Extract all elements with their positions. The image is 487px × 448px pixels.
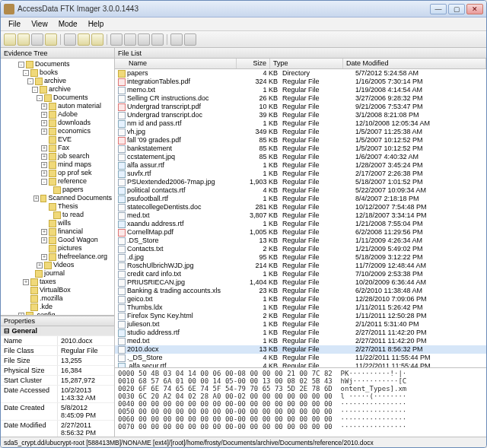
file-row[interactable]: nm id and pass.rtf1 KBRegular File12/10/… xyxy=(115,119,486,128)
expand-toggle[interactable]: + xyxy=(41,120,47,126)
tool-create-image[interactable] xyxy=(45,33,57,46)
tree-node[interactable]: +Adobe xyxy=(2,110,113,119)
tree-node[interactable]: .mozilla xyxy=(2,294,113,303)
tree-node[interactable]: -books xyxy=(2,68,113,77)
file-row[interactable]: political contacts.rtf4 KBRegular File5/… xyxy=(115,186,486,195)
expand-toggle[interactable]: + xyxy=(41,170,47,176)
tree-node[interactable]: +mind maps xyxy=(2,160,113,169)
expand-toggle[interactable]: + xyxy=(41,145,47,151)
tool-export-list[interactable] xyxy=(78,33,90,46)
file-row[interactable]: geico.txt1 KBRegular File12/28/2010 7:09… xyxy=(115,295,486,303)
tree-node[interactable]: EVE xyxy=(2,135,113,144)
tree-node[interactable]: -archive xyxy=(2,77,113,85)
tree-node[interactable]: +Scanned Documents xyxy=(2,194,113,202)
prop-row[interactable]: Physical Size16,384 xyxy=(1,366,114,376)
prop-group[interactable]: ⊟ General xyxy=(1,326,114,336)
file-row[interactable]: .d.jpg95 KBRegular File5/18/2009 3:12:22… xyxy=(115,253,486,262)
tool-export[interactable] xyxy=(64,33,76,46)
expand-toggle[interactable]: - xyxy=(23,70,29,76)
file-row[interactable]: bankstatement85 KBRegular File1/5/2007 1… xyxy=(115,145,486,153)
file-row[interactable]: Undergrad transcript.doc39 KBRegular Fil… xyxy=(115,111,486,119)
menu-view[interactable]: View xyxy=(27,19,53,29)
file-row[interactable]: Undergrad transcript.pdf10 KBRegular Fil… xyxy=(115,103,486,111)
tree-node[interactable]: wills xyxy=(2,219,113,227)
expand-toggle[interactable]: + xyxy=(37,262,43,268)
file-row[interactable]: credit card info.txt1 KBRegular File7/10… xyxy=(115,270,486,278)
file-row[interactable]: julieson.txt1 KBRegular File2/1/2011 5:3… xyxy=(115,320,486,329)
file-row[interactable]: Banking & trading accounts.xls23 KBRegul… xyxy=(115,287,486,295)
tool-hash[interactable] xyxy=(91,33,103,46)
tool-misc2[interactable] xyxy=(184,33,196,46)
col-name[interactable]: Name xyxy=(115,59,237,68)
tree-node[interactable]: +taxes xyxy=(2,278,113,286)
tool-view1[interactable] xyxy=(110,33,123,46)
file-row[interactable]: Contacts.txt2 KBRegular File1/21/2009 5:… xyxy=(115,245,486,253)
file-row[interactable]: PSUextended2006-7map.jpg1,903 KBRegular … xyxy=(115,178,486,186)
tool-view2[interactable] xyxy=(124,33,136,46)
prop-row[interactable]: Date Created5/8/2012 8:45:09 PM xyxy=(1,403,114,421)
expand-toggle[interactable]: + xyxy=(41,154,47,160)
tree-node[interactable]: +downloads xyxy=(2,119,113,127)
tree-node[interactable]: +auton material xyxy=(2,102,113,110)
file-row[interactable]: .DS_Store13 KBRegular File1/11/2009 4:26… xyxy=(115,237,486,245)
file-row[interactable]: alfa assur.rtf1 KBRegular File1/28/2007 … xyxy=(115,161,486,170)
tree-node[interactable]: -archive xyxy=(2,85,113,94)
expand-toggle[interactable]: + xyxy=(41,237,47,243)
tree-node[interactable]: +Good Wagon xyxy=(2,236,113,244)
prop-row[interactable]: File Size13,255 xyxy=(1,356,114,366)
file-row[interactable]: med.txt1 KBRegular File2/27/2011 11:42:2… xyxy=(115,337,486,345)
expand-toggle[interactable]: - xyxy=(18,62,24,68)
file-row[interactable]: RoschUlbrichWJD.jpg214 KBRegular File11/… xyxy=(115,262,486,270)
file-row[interactable]: vh.jpg349 KBRegular File1/5/2007 11:25:3… xyxy=(115,128,486,136)
menu-file[interactable]: File xyxy=(4,19,25,29)
file-row[interactable]: 2010.docx13 KBRegular File2/27/2011 8:56… xyxy=(115,345,486,354)
expand-toggle[interactable]: - xyxy=(37,95,43,101)
tree-node[interactable]: -reference xyxy=(2,177,113,186)
file-row[interactable]: ._DS_Store4 KBRegular File11/22/2011 11:… xyxy=(115,354,486,362)
maximize-button[interactable]: ▢ xyxy=(448,4,465,14)
file-row[interactable]: papers4 KBDirectory5/7/2012 5:24:58 AM xyxy=(115,69,486,78)
tree-node[interactable]: -Documents xyxy=(2,94,113,102)
expand-toggle[interactable]: - xyxy=(32,87,38,93)
file-row[interactable]: PRIUSRIECAN.jpg1,404 KBRegular File10/20… xyxy=(115,278,486,287)
tool-remove[interactable] xyxy=(31,33,43,46)
tool-add-item[interactable] xyxy=(18,33,30,46)
expand-toggle[interactable]: + xyxy=(41,103,47,110)
prop-row[interactable]: Start Cluster15,287,972 xyxy=(1,376,114,386)
filelist-columns[interactable]: Name Size Type Date Modified xyxy=(115,59,486,69)
file-row[interactable]: memo.txt1 KBRegular File1/19/2008 4:14:5… xyxy=(115,86,486,94)
file-row[interactable]: studio address.rtf1 KBRegular File2/27/2… xyxy=(115,329,486,337)
tree-node[interactable]: Thesis xyxy=(2,202,113,211)
expand-toggle[interactable]: + xyxy=(41,229,47,235)
expand-toggle[interactable]: + xyxy=(41,112,47,118)
file-row[interactable]: Thumbs.ldx1 KBRegular File1/11/2011 5:26… xyxy=(115,303,486,312)
file-row[interactable]: Selling CR instructions.doc26 KBRegular … xyxy=(115,94,486,103)
tree-node[interactable]: +op prof sek xyxy=(2,169,113,177)
tree-node[interactable]: +thefreelance.org xyxy=(2,253,113,261)
file-row[interactable]: xaandu address.rtf1 KBRegular File1/21/2… xyxy=(115,220,486,228)
tree-node[interactable]: +job search xyxy=(2,152,113,160)
expand-toggle[interactable]: - xyxy=(27,78,33,84)
file-row[interactable]: .alfa secur.rtf4 KBRegular File11/22/201… xyxy=(115,362,486,367)
close-button[interactable]: ✕ xyxy=(466,4,483,14)
menu-help[interactable]: Help xyxy=(84,19,109,29)
tool-misc1[interactable] xyxy=(170,33,183,46)
filelist-body[interactable]: papers4 KBDirectory5/7/2012 5:24:58 AMin… xyxy=(115,69,486,367)
expand-toggle[interactable]: + xyxy=(41,162,47,168)
expand-toggle[interactable]: + xyxy=(41,129,47,135)
expand-toggle[interactable]: - xyxy=(41,179,47,185)
file-row[interactable]: med.txt3,807 KBRegular File12/18/2007 3:… xyxy=(115,211,486,220)
tree-node[interactable]: +Videos xyxy=(2,261,113,269)
tree-node[interactable]: journal xyxy=(2,269,113,278)
tool-add-evidence[interactable] xyxy=(4,33,16,46)
col-type[interactable]: Type xyxy=(270,59,343,68)
tree-node[interactable]: papers xyxy=(2,186,113,194)
prop-row[interactable]: File ClassRegular File xyxy=(1,346,114,356)
col-size[interactable]: Size xyxy=(237,59,270,68)
prop-row[interactable]: Date Modified2/27/2011 8:56:32 PM xyxy=(1,421,114,437)
tree-node[interactable]: +economics xyxy=(2,127,113,135)
tool-view4[interactable] xyxy=(151,33,164,46)
tree-node[interactable]: +financial xyxy=(2,227,113,236)
prop-row[interactable]: Name2010.docx xyxy=(1,336,114,346)
prop-row[interactable]: Date Accessed10/2/2013 1:43:32 AM xyxy=(1,386,114,403)
